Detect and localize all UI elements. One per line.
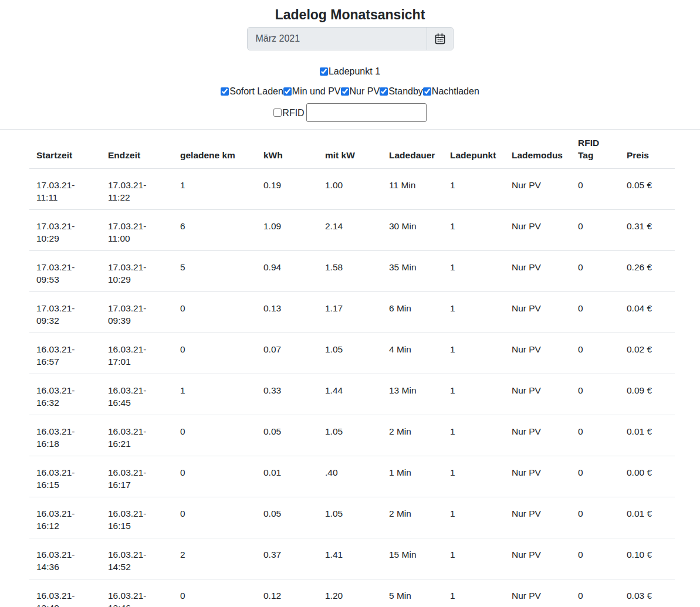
page-title: Ladelog Monatsansicht bbox=[0, 6, 700, 24]
table-row: 17.03.21-09:5317.03.21-10:2950.941.5835 … bbox=[29, 251, 675, 292]
table-cell: 1.41 bbox=[318, 538, 382, 579]
table-cell: 16.03.21-13:40 bbox=[29, 579, 101, 607]
column-header: Preis bbox=[620, 130, 675, 169]
nur-pv-checkbox[interactable] bbox=[341, 87, 349, 96]
min-und-pv-label: Min und PV bbox=[292, 86, 341, 97]
table-cell: 0 bbox=[173, 292, 256, 333]
table-cell: 16.03.21-16:21 bbox=[101, 415, 173, 456]
table-cell: 2 Min bbox=[382, 415, 443, 456]
table-cell: 0.19 bbox=[256, 169, 318, 210]
table-cell: 0.10 € bbox=[620, 538, 675, 579]
chargepoint-checkbox[interactable] bbox=[320, 67, 328, 76]
table-cell: 2.14 bbox=[318, 210, 382, 251]
calendar-button[interactable] bbox=[427, 28, 453, 50]
chargepoint-filter-row: Ladepunkt 1 bbox=[0, 66, 700, 77]
table-cell: 1.58 bbox=[318, 251, 382, 292]
mode-filter-sofort-laden[interactable]: Sofort Laden bbox=[221, 86, 283, 97]
table-cell: 1 bbox=[443, 292, 505, 333]
nachtladen-checkbox[interactable] bbox=[423, 87, 431, 96]
mode-filter-nachtladen[interactable]: Nachtladen bbox=[423, 86, 479, 97]
table-cell: 1.17 bbox=[318, 292, 382, 333]
table-cell: 0.05 bbox=[256, 415, 318, 456]
table-cell: 0 bbox=[571, 415, 620, 456]
table-cell: 0.01 € bbox=[620, 415, 675, 456]
table-cell: 16.03.21-13:46 bbox=[101, 579, 173, 607]
table-cell: 35 Min bbox=[382, 251, 443, 292]
rfid-filter[interactable]: RFID bbox=[273, 107, 304, 118]
table-row: 17.03.21-10:2917.03.21-11:0061.092.1430 … bbox=[29, 210, 675, 251]
table-cell: 1.09 bbox=[256, 210, 318, 251]
rfid-checkbox[interactable] bbox=[273, 108, 282, 117]
table-cell: 0 bbox=[571, 292, 620, 333]
table-cell: 1 bbox=[443, 456, 505, 497]
ladelog-page: Ladelog Monatsansicht März 2021 Ladepunk… bbox=[0, 6, 700, 607]
table-cell: 1 bbox=[443, 374, 505, 415]
table-cell: 1.05 bbox=[318, 497, 382, 538]
column-header: Ladedauer bbox=[382, 130, 443, 169]
rfid-input[interactable] bbox=[306, 103, 427, 122]
table-cell: 2 bbox=[173, 538, 256, 579]
table-cell: 16.03.21-16:57 bbox=[29, 333, 101, 374]
table-cell: 0 bbox=[571, 579, 620, 607]
table-cell: 0 bbox=[173, 333, 256, 374]
chargepoint-filter[interactable]: Ladepunkt 1 bbox=[320, 66, 380, 77]
table-cell: 5 Min bbox=[382, 579, 443, 607]
column-header: Lademodus bbox=[505, 130, 571, 169]
table-cell: 0.37 bbox=[256, 538, 318, 579]
table-cell: Nur PV bbox=[505, 169, 571, 210]
table-row: 16.03.21-14:3616.03.21-14:5220.371.4115 … bbox=[29, 538, 675, 579]
table-cell: 0.05 bbox=[256, 497, 318, 538]
table-cell: 0 bbox=[571, 374, 620, 415]
month-picker: März 2021 bbox=[247, 27, 454, 50]
table-cell: 0.02 € bbox=[620, 333, 675, 374]
table-cell: .40 bbox=[318, 456, 382, 497]
table-cell: 11 Min bbox=[382, 169, 443, 210]
table-cell: 1.05 bbox=[318, 415, 382, 456]
column-header: mit kW bbox=[318, 130, 382, 169]
chargepoint-label: Ladepunkt 1 bbox=[329, 66, 380, 77]
sofort-laden-checkbox[interactable] bbox=[221, 87, 229, 96]
table-cell: 16.03.21-17:01 bbox=[101, 333, 173, 374]
table-cell: 1 bbox=[443, 497, 505, 538]
table-cell: 0.26 € bbox=[620, 251, 675, 292]
table-cell: 17.03.21-11:11 bbox=[29, 169, 101, 210]
table-cell: 16.03.21-14:36 bbox=[29, 538, 101, 579]
rfid-filter-row: RFID bbox=[0, 103, 700, 122]
min-und-pv-checkbox[interactable] bbox=[283, 87, 292, 96]
table-cell: 1 bbox=[443, 333, 505, 374]
table-cell: 17.03.21-11:00 bbox=[101, 210, 173, 251]
column-header: kWh bbox=[256, 130, 318, 169]
table-cell: Nur PV bbox=[505, 579, 571, 607]
table-cell: 1 bbox=[443, 579, 505, 607]
table-cell: Nur PV bbox=[505, 538, 571, 579]
standby-checkbox[interactable] bbox=[380, 87, 388, 96]
mode-filter-nur-pv[interactable]: Nur PV bbox=[341, 86, 380, 97]
table-cell: 17.03.21-10:29 bbox=[101, 251, 173, 292]
table-cell: 1 bbox=[443, 538, 505, 579]
rfid-label: RFID bbox=[282, 107, 304, 118]
table-row: 16.03.21-16:5716.03.21-17:0100.071.054 M… bbox=[29, 333, 675, 374]
table-cell: 1 bbox=[443, 415, 505, 456]
table-cell: Nur PV bbox=[505, 251, 571, 292]
mode-filter-min-und-pv[interactable]: Min und PV bbox=[283, 86, 341, 97]
nur-pv-label: Nur PV bbox=[350, 86, 380, 97]
calendar-icon bbox=[434, 33, 446, 45]
mode-filter-standby[interactable]: Standby bbox=[380, 86, 423, 97]
table-cell: 0.13 bbox=[256, 292, 318, 333]
table-cell: 0.09 € bbox=[620, 374, 675, 415]
table-cell: 13 Min bbox=[382, 374, 443, 415]
table-cell: 17.03.21-09:39 bbox=[101, 292, 173, 333]
column-header: Endzeit bbox=[101, 130, 173, 169]
table-cell: 1.05 bbox=[318, 333, 382, 374]
table-cell: 5 bbox=[173, 251, 256, 292]
table-cell: Nur PV bbox=[505, 374, 571, 415]
table-cell: 17.03.21-09:32 bbox=[29, 292, 101, 333]
month-input[interactable]: März 2021 bbox=[248, 28, 427, 50]
table-cell: 0 bbox=[173, 456, 256, 497]
table-cell: Nur PV bbox=[505, 456, 571, 497]
table-cell: 4 Min bbox=[382, 333, 443, 374]
table-cell: 0.00 € bbox=[620, 456, 675, 497]
table-cell: 0.03 € bbox=[620, 579, 675, 607]
table-cell: 0 bbox=[571, 333, 620, 374]
table-cell: 16.03.21-16:32 bbox=[29, 374, 101, 415]
